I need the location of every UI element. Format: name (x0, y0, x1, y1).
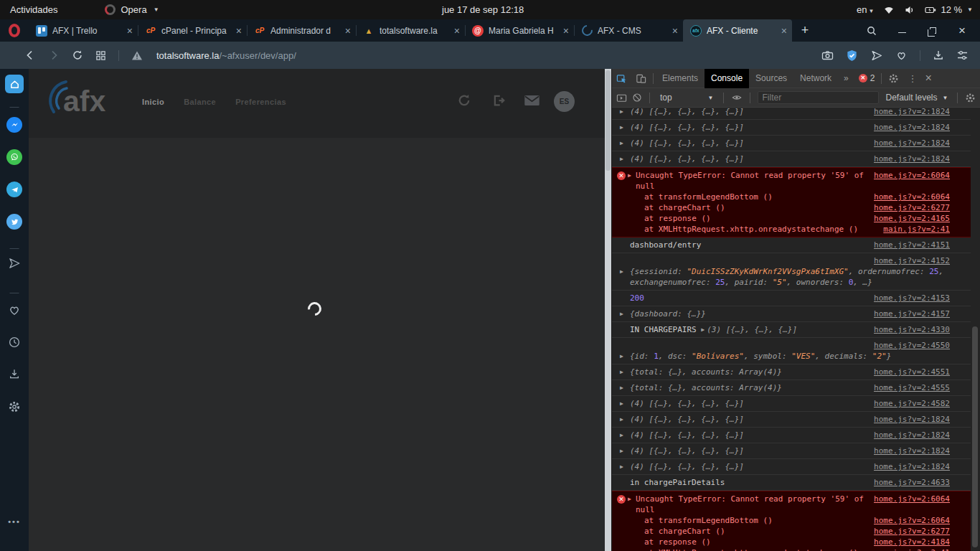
back-icon[interactable] (24, 50, 36, 61)
opera-logo[interactable] (0, 19, 29, 42)
tab-administrador-d[interactable]: cPAdministrador d× (247, 19, 356, 42)
easy-setup-sliders-icon[interactable] (956, 50, 969, 61)
downloads-sidebar-button[interactable] (9, 368, 21, 380)
console-sidebar-toggle-icon[interactable] (616, 88, 627, 108)
source-link[interactable]: home.js?v=2:1824 (874, 446, 950, 456)
devtools-tab-console[interactable]: Console (705, 69, 749, 88)
wifi-icon[interactable] (883, 4, 895, 16)
sidebar-more-button[interactable]: ••• (8, 517, 21, 526)
history-button[interactable] (8, 336, 21, 349)
logout-icon[interactable] (491, 93, 507, 108)
devtools-menu-dots-icon[interactable]: ⋮ (903, 73, 921, 84)
source-link[interactable]: home.js?v=2:1824 (874, 461, 950, 472)
expand-arrow-icon[interactable]: ▶ (620, 367, 630, 377)
expand-arrow-icon[interactable]: ▶ (620, 138, 630, 149)
expand-arrow-icon[interactable]: ▶ (620, 309, 630, 319)
search-icon[interactable] (857, 19, 887, 42)
adblock-shield-icon[interactable] (846, 50, 858, 62)
source-link[interactable]: home.js?v=2:6064 (874, 192, 950, 202)
bookmarks-button[interactable] (8, 303, 22, 316)
scrollbar-thumb[interactable] (606, 70, 611, 171)
clear-console-icon[interactable] (632, 88, 642, 108)
source-link[interactable]: home.js?v=2:1824 (874, 414, 950, 425)
tab-close-button[interactable]: × (236, 26, 242, 36)
devtools-tab-elements[interactable]: Elements (656, 69, 705, 88)
tab-afx-trello[interactable]: AFX | Trello× (29, 19, 138, 42)
source-link[interactable]: home.js?v=2:4633 (874, 477, 950, 488)
speed-dial-home-button[interactable] (5, 75, 24, 93)
app-menu[interactable]: Opera ▼ (105, 4, 159, 15)
source-link[interactable]: home.js?v=2:4165 (874, 213, 950, 224)
source-link[interactable]: home.js?v=2:4152 (874, 256, 950, 265)
source-link[interactable]: home.js?v=2:4582 (874, 398, 950, 409)
tab-cpanel-principa[interactable]: cPcPanel - Principa× (138, 19, 247, 42)
console-filter-input[interactable] (758, 91, 879, 104)
devtools-settings-gear-icon[interactable] (884, 69, 903, 88)
downloads-icon[interactable] (933, 50, 944, 61)
tab-close-button[interactable]: × (127, 26, 133, 36)
devtools-close-icon[interactable]: × (921, 72, 938, 85)
source-link[interactable]: home.js?v=2:4551 (874, 367, 950, 377)
snapshot-camera-icon[interactable] (821, 50, 834, 61)
minimize-button[interactable] (887, 19, 917, 42)
site-security-warning-icon[interactable] (131, 50, 143, 61)
expand-arrow-icon[interactable]: ▶ (620, 108, 630, 117)
expand-arrow-icon[interactable]: ▶ (628, 494, 636, 504)
expand-arrow-icon[interactable]: ▶ (620, 266, 630, 277)
my-flow-button[interactable] (8, 257, 22, 270)
expand-arrow-icon[interactable]: ▶ (620, 414, 630, 425)
execution-context-selector[interactable]: top ▼ (657, 93, 717, 103)
user-avatar[interactable]: ES (554, 91, 575, 112)
source-link[interactable]: home.js?v=2:4151 (874, 240, 950, 250)
expand-arrow-icon[interactable]: ▶ (620, 430, 630, 441)
messenger-button[interactable] (6, 117, 22, 133)
nav-item-balance[interactable]: Balance (184, 98, 216, 106)
refresh-sync-icon[interactable] (457, 93, 471, 108)
source-link[interactable]: main.js?v=2:41 (883, 547, 950, 551)
source-link[interactable]: home.js?v=2:6277 (874, 526, 950, 537)
device-toolbar-icon[interactable] (631, 69, 651, 88)
settings-sidebar-button[interactable] (8, 400, 21, 413)
tab-close-button[interactable]: × (672, 26, 678, 36)
expand-arrow-icon[interactable]: ▶ (620, 122, 630, 133)
url-field[interactable]: totalsoftware.la/~afxuser/dev/app/ (156, 50, 296, 61)
source-link[interactable]: home.js?v=2:1824 (874, 122, 950, 133)
keyboard-layout-indicator[interactable]: en▼ (857, 4, 874, 15)
source-link[interactable]: home.js?v=2:4330 (874, 324, 950, 335)
source-link[interactable]: home.js?v=2:4555 (874, 382, 950, 393)
devtools-tab-sources[interactable]: Sources (749, 69, 793, 88)
source-link[interactable]: home.js?v=2:4184 (874, 537, 950, 547)
expand-arrow-icon[interactable]: ▶ (701, 326, 705, 333)
telegram-button[interactable] (6, 182, 22, 197)
page-scrollbar[interactable] (605, 69, 611, 551)
close-window-button[interactable]: × (947, 19, 977, 42)
source-link[interactable]: home.js?v=2:6277 (874, 202, 950, 213)
twitter-button[interactable] (6, 214, 22, 230)
more-tabs-icon[interactable]: » (838, 73, 854, 83)
expand-arrow-icon[interactable]: ▶ (620, 461, 630, 472)
source-link[interactable]: home.js?v=2:6064 (874, 494, 950, 504)
activities-button[interactable]: Actividades (10, 4, 57, 15)
live-expression-eye-icon[interactable] (731, 88, 743, 108)
tab-totalsoftware-la[interactable]: ▲totalsoftware.la× (356, 19, 465, 42)
source-link[interactable]: home.js?v=2:4550 (874, 341, 950, 350)
my-flow-send-icon[interactable] (870, 50, 883, 62)
source-link[interactable]: home.js?v=2:4153 (874, 293, 950, 303)
expand-arrow-icon[interactable]: ▶ (620, 382, 630, 393)
source-link[interactable]: home.js?v=2:1824 (874, 138, 950, 149)
log-levels-selector[interactable]: Default levels ▼ (884, 93, 951, 103)
tab-close-button[interactable]: × (563, 26, 569, 36)
error-count-badge[interactable]: ✕ 2 (854, 73, 880, 83)
source-link[interactable]: home.js?v=2:6064 (874, 515, 950, 526)
nav-item-inicio[interactable]: Inicio (142, 98, 164, 106)
expand-arrow-icon[interactable]: ▶ (620, 446, 630, 456)
mail-icon[interactable] (524, 93, 540, 108)
speed-dial-icon[interactable] (95, 50, 106, 61)
expand-arrow-icon[interactable]: ▶ (620, 398, 630, 409)
tab-close-button[interactable]: × (454, 26, 460, 36)
afx-logo[interactable]: afx (44, 77, 125, 123)
reload-icon[interactable] (72, 50, 83, 61)
forward-icon[interactable] (48, 50, 60, 61)
volume-icon[interactable] (904, 4, 915, 16)
source-link[interactable]: home.js?v=2:1824 (874, 108, 950, 117)
